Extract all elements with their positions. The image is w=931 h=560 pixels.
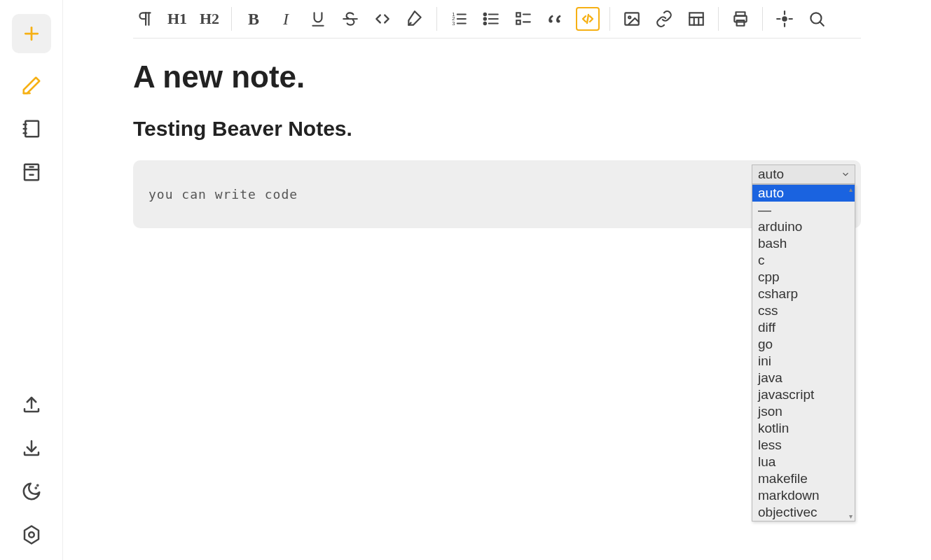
bullet-list-icon xyxy=(482,10,500,28)
print-button[interactable] xyxy=(729,7,752,31)
code-block-button[interactable] xyxy=(576,7,600,31)
notebook-button[interactable] xyxy=(20,118,43,140)
underline-icon xyxy=(309,10,327,28)
svg-marker-15 xyxy=(25,526,39,544)
language-option[interactable]: kotlin xyxy=(752,420,855,437)
language-dropdown-list[interactable]: auto—arduinobashccppcsharpcssdiffgoinija… xyxy=(752,185,855,521)
quote-button[interactable] xyxy=(544,7,567,31)
toolbar-group-print xyxy=(718,7,762,31)
strikethrough-button[interactable] xyxy=(338,7,362,31)
language-option[interactable]: — xyxy=(752,202,855,218)
link-button[interactable] xyxy=(652,7,676,31)
language-option[interactable]: auto xyxy=(752,185,855,202)
table-icon xyxy=(687,10,705,28)
sidebar-top xyxy=(12,14,51,183)
svg-rect-38 xyxy=(689,13,703,24)
language-option[interactable]: arduino xyxy=(752,218,855,235)
ordered-list-button[interactable]: 123 xyxy=(447,7,471,31)
import-button[interactable] xyxy=(20,437,43,459)
svg-rect-31 xyxy=(516,13,520,16)
svg-point-37 xyxy=(628,16,630,18)
language-option[interactable]: lua xyxy=(752,454,855,470)
underline-button[interactable] xyxy=(306,7,330,31)
task-list-icon xyxy=(514,10,532,28)
toolbar-group-search xyxy=(762,7,839,31)
quote-icon xyxy=(546,10,565,28)
italic-button[interactable]: I xyxy=(274,7,298,31)
toolbar: H1 H2 B I 123 xyxy=(133,0,861,38)
paragraph-icon xyxy=(136,10,154,28)
bullet-list-button[interactable] xyxy=(479,7,503,31)
note-subtitle[interactable]: Testing Beaver Notes. xyxy=(133,117,861,141)
language-option[interactable]: css xyxy=(752,302,855,319)
code-icon xyxy=(373,10,392,28)
language-option[interactable]: ini xyxy=(752,353,855,370)
download-icon xyxy=(21,438,42,458)
note-title[interactable]: A new note. xyxy=(133,59,861,94)
language-option[interactable]: markdown xyxy=(752,487,855,504)
svg-text:3: 3 xyxy=(452,20,455,27)
svg-point-14 xyxy=(35,487,36,488)
code-block[interactable]: auto ▴ auto—arduinobashccppcsharpcssdiff… xyxy=(133,160,861,228)
language-select[interactable]: auto xyxy=(752,164,855,184)
dark-mode-button[interactable] xyxy=(20,480,43,503)
settings-button[interactable] xyxy=(20,524,43,546)
toolbar-group-insert xyxy=(609,7,718,31)
bold-button[interactable]: B xyxy=(242,7,265,31)
language-option[interactable]: makefile xyxy=(752,470,855,487)
code-content[interactable]: you can write code xyxy=(149,170,846,202)
scroll-down-icon[interactable]: ▾ xyxy=(849,512,853,520)
paragraph-button[interactable] xyxy=(133,7,157,31)
new-note-button[interactable] xyxy=(12,14,51,53)
edit-button[interactable] xyxy=(20,74,43,97)
scroll-up-icon[interactable]: ▴ xyxy=(849,186,853,193)
moon-icon xyxy=(21,481,42,502)
language-option[interactable]: bash xyxy=(752,235,855,252)
h1-button[interactable]: H1 xyxy=(165,7,189,31)
notebook-icon xyxy=(21,118,42,139)
highlight-icon xyxy=(406,10,424,28)
language-option[interactable]: cpp xyxy=(752,269,855,286)
highlight-button[interactable] xyxy=(403,7,427,31)
table-button[interactable] xyxy=(684,7,708,31)
language-option[interactable]: json xyxy=(752,403,855,420)
pencil-icon xyxy=(21,75,42,96)
language-option[interactable]: less xyxy=(752,437,855,454)
toolbar-group-format: B I xyxy=(231,7,436,31)
svg-line-35 xyxy=(587,15,588,23)
language-dropdown[interactable]: ▴ auto—arduinobashccppcsharpcssdiffgoini… xyxy=(752,184,855,522)
upload-icon xyxy=(21,394,42,415)
h2-button[interactable]: H2 xyxy=(198,7,221,31)
language-select-value: auto xyxy=(758,167,784,182)
language-option[interactable]: go xyxy=(752,336,855,353)
language-option[interactable]: objectivec xyxy=(752,504,855,521)
search-icon xyxy=(808,10,826,28)
language-option[interactable]: c xyxy=(752,252,855,269)
language-option[interactable]: diff xyxy=(752,319,855,336)
task-list-button[interactable] xyxy=(511,7,535,31)
svg-point-28 xyxy=(484,13,486,15)
language-option[interactable]: java xyxy=(752,370,855,386)
archive-button[interactable] xyxy=(20,161,43,183)
focus-button[interactable] xyxy=(773,7,796,31)
svg-point-30 xyxy=(484,22,486,24)
toolbar-group-headings: H1 H2 xyxy=(133,7,231,31)
svg-point-13 xyxy=(37,485,38,486)
language-option[interactable]: csharp xyxy=(752,286,855,302)
export-button[interactable] xyxy=(20,393,43,416)
link-icon xyxy=(655,10,673,28)
print-icon xyxy=(731,10,750,28)
svg-point-45 xyxy=(782,17,786,20)
focus-icon xyxy=(775,10,794,28)
svg-point-16 xyxy=(29,532,34,538)
language-option[interactable]: javascript xyxy=(752,386,855,403)
sidebar-bottom xyxy=(20,393,43,546)
hex-settings-icon xyxy=(21,524,42,545)
search-button[interactable] xyxy=(805,7,829,31)
sidebar xyxy=(0,0,63,560)
inline-code-button[interactable] xyxy=(371,7,394,31)
plus-icon xyxy=(21,23,42,44)
note-content[interactable]: A new note. Testing Beaver Notes. auto ▴… xyxy=(63,38,931,228)
image-button[interactable] xyxy=(620,7,644,31)
main-area: H1 H2 B I 123 xyxy=(63,0,931,560)
